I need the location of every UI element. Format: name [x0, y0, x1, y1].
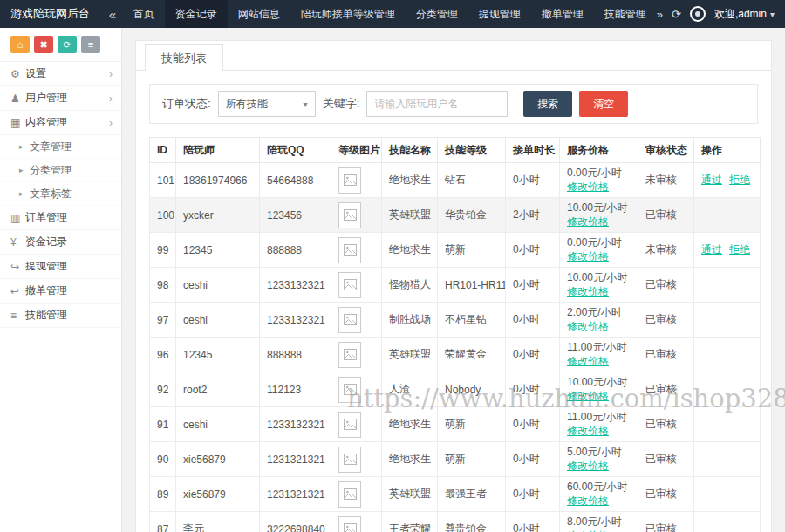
cell-qq: 112123	[260, 372, 331, 407]
cell-skill: 英雄联盟	[382, 198, 438, 233]
price-text: 10.00元/小时	[567, 375, 631, 389]
edit-price-link[interactable]: 修改价格	[567, 390, 609, 402]
funds-icon: ¥	[10, 236, 25, 249]
cell-actions: 通过拒绝	[694, 233, 761, 268]
keyword-input[interactable]	[366, 91, 508, 117]
cell-hours: 0小时	[506, 303, 560, 338]
nav-item[interactable]: 分类管理	[406, 0, 468, 28]
table-row: 97ceshi1233132321制胜战场不朽星钻0小时2.00元/小时修改价格…	[150, 303, 761, 338]
edit-price-link[interactable]: 修改价格	[567, 494, 609, 507]
reject-link[interactable]: 拒绝	[729, 243, 750, 256]
cell-status: 已审核	[638, 303, 694, 338]
user-menu[interactable]: 欢迎,admin ▾	[714, 7, 775, 22]
cell-id: 96	[150, 338, 176, 372]
sidebar-item[interactable]: ≡技能管理	[0, 304, 121, 328]
nav-item[interactable]: 资金记录	[165, 0, 228, 28]
status-select[interactable]: 所有技能 ▾	[218, 91, 316, 117]
clear-cache-button[interactable]: ✖	[34, 36, 53, 53]
cell-qq: 888888	[260, 233, 331, 268]
tab-bar: 技能列表	[136, 41, 771, 71]
sidebar-item[interactable]: ▦内容管理›	[0, 111, 121, 135]
cell-level: 最强王者	[438, 477, 506, 512]
cell-qq: 1233132321	[260, 303, 331, 338]
cell-level-image	[331, 163, 382, 198]
cell-level-image	[331, 477, 382, 512]
reject-link[interactable]: 拒绝	[729, 174, 750, 186]
edit-price-link[interactable]: 修改价格	[567, 460, 609, 472]
cell-level: 萌新	[438, 442, 506, 477]
edit-price-link[interactable]: 修改价格	[567, 250, 609, 263]
sidebar-item-label: 文章标签	[30, 187, 72, 201]
broken-image-icon	[338, 412, 361, 438]
nav-item[interactable]: 陪玩师接单等级管理	[290, 0, 406, 28]
cell-qq: 123456	[260, 198, 331, 233]
price-text: 11.00元/小时	[567, 340, 631, 354]
edit-price-link[interactable]: 修改价格	[567, 215, 609, 228]
nav-item[interactable]: 技能管理	[594, 0, 657, 28]
sidebar-item-label: 提现管理	[25, 259, 67, 274]
edit-price-link[interactable]: 修改价格	[567, 181, 609, 193]
cell-hours: 0小时	[506, 268, 560, 303]
clear-button[interactable]: 清空	[579, 91, 628, 117]
nav-item[interactable]: 提现管理	[468, 0, 531, 28]
cell-skill: 绝地求生	[382, 233, 438, 268]
cell-skill: 制胜战场	[382, 303, 438, 338]
table-row: 9912345888888绝地求生萌新0小时0.00元/小时修改价格未审核通过拒…	[150, 233, 761, 268]
sidebar-item[interactable]: ▸文章标签	[0, 182, 121, 206]
sidebar-item[interactable]: ↩撤单管理	[0, 279, 121, 304]
sidebar-item[interactable]: ▸分类管理	[0, 159, 121, 182]
approve-link[interactable]: 通过	[701, 174, 722, 186]
broken-image-icon	[338, 481, 361, 508]
sidebar-item[interactable]: ♟用户管理›	[0, 86, 121, 111]
broken-image-icon	[338, 202, 361, 228]
tab-skill-list[interactable]: 技能列表	[145, 44, 223, 71]
edit-price-link[interactable]: 修改价格	[567, 355, 609, 367]
refresh-button[interactable]: ⟳	[58, 36, 77, 53]
column-header: ID	[150, 138, 176, 163]
table-row: 87李元3222698840王者荣耀尊贵铂金0小时8.00元/小时修改价格已审核	[150, 512, 761, 532]
menu-button[interactable]: ≡	[81, 36, 100, 53]
cell-level-image	[331, 442, 382, 477]
edit-price-link[interactable]: 修改价格	[567, 285, 609, 297]
cell-player: 12345	[176, 233, 260, 268]
cell-status: 已审核	[638, 198, 694, 233]
cell-price: 8.00元/小时修改价格	[560, 512, 638, 532]
content-grid-icon: ▦	[10, 117, 25, 129]
nav-item[interactable]: 首页	[123, 0, 165, 28]
sidebar-item[interactable]: ⚙设置›	[0, 62, 121, 86]
sidebar-item[interactable]: ▥订单管理	[0, 206, 121, 230]
tag-icon: ▸	[19, 189, 30, 198]
price-text: 2.00元/小时	[567, 305, 631, 319]
nav-item[interactable]: 撤单管理	[531, 0, 594, 28]
cell-price: 60.00元/小时修改价格	[560, 477, 638, 512]
search-button[interactable]: 搜索	[523, 91, 572, 117]
cell-qq: 1231321321	[260, 477, 331, 512]
skills-table: ID陪玩师陪玩QQ等级图片技能名称技能等级接单时长服务价格审核状态操作 1011…	[149, 137, 761, 532]
edit-price-link[interactable]: 修改价格	[567, 320, 609, 332]
nav-more-icon[interactable]: »	[657, 8, 663, 21]
nav-item[interactable]: 网站信息	[228, 0, 290, 28]
cell-level-image	[331, 372, 382, 407]
sidebar-item-label: 分类管理	[30, 163, 72, 178]
edit-price-link[interactable]: 修改价格	[567, 425, 609, 437]
cell-price: 0.00元/小时修改价格	[560, 233, 638, 268]
cell-level: 萌新	[438, 233, 506, 268]
main-content: 技能列表 订单状态: 所有技能 ▾ 关键字: 搜索 清空 ID陪玩师陪玩QQ等级…	[122, 28, 785, 532]
cell-id: 91	[150, 407, 176, 442]
refresh-icon[interactable]: ⟳	[672, 8, 681, 21]
approve-link[interactable]: 通过	[701, 243, 722, 256]
broken-image-icon	[338, 377, 361, 403]
home-button[interactable]: ⌂	[10, 36, 30, 53]
cell-price: 10.00元/小时修改价格	[560, 372, 638, 407]
filter-panel: 订单状态: 所有技能 ▾ 关键字: 搜索 清空	[149, 84, 758, 124]
cell-level: 萌新	[438, 407, 506, 442]
sidebar-item[interactable]: ¥资金记录	[0, 230, 121, 255]
sidebar-item[interactable]: ▸文章管理	[0, 135, 121, 159]
avatar[interactable]	[690, 6, 706, 22]
sidebar-collapse-icon[interactable]: «	[102, 0, 123, 28]
broken-image-icon	[338, 307, 361, 333]
cell-status: 已审核	[638, 477, 694, 512]
sidebar-item[interactable]: ↪提现管理	[0, 255, 121, 279]
table-row: 9612345888888英雄联盟荣耀黄金0小时11.00元/小时修改价格已审核	[150, 338, 761, 372]
cell-level: 钻石	[438, 163, 506, 198]
